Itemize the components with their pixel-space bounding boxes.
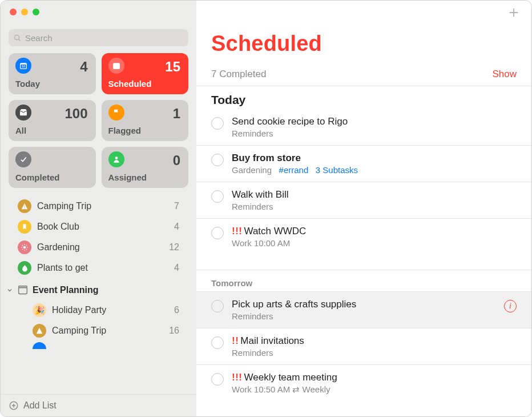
complete-toggle[interactable] <box>211 154 224 166</box>
reminder-row[interactable]: Walk with Bill Reminders <box>196 182 531 219</box>
new-reminder-button[interactable] <box>507 6 520 21</box>
list-item[interactable]: Book Club 4 <box>1 216 196 237</box>
tile-today-label: Today <box>15 79 40 89</box>
leaf-icon <box>18 261 31 275</box>
add-list-button[interactable]: Add List <box>1 394 196 416</box>
tile-scheduled-count: 15 <box>165 59 180 75</box>
svg-line-14 <box>26 249 27 250</box>
tile-today-count: 4 <box>80 59 87 75</box>
sun-icon <box>18 240 31 254</box>
reminder-title: Pick up arts & crafts supplies <box>232 299 356 310</box>
search-input[interactable]: Search <box>9 29 188 46</box>
tent-icon <box>33 324 46 338</box>
svg-line-13 <box>22 245 23 246</box>
svg-text:10: 10 <box>22 65 25 68</box>
list-name: Holiday Party <box>52 305 106 315</box>
section-today-header: Today <box>196 86 531 109</box>
tile-today[interactable]: 10 4 Today <box>9 53 96 94</box>
plus-circle-icon <box>9 400 19 411</box>
reminder-row[interactable]: !!!Weekly team meeting Work 10:50 AM ⇄ W… <box>196 365 531 402</box>
list-item[interactable]: 🎉 Holiday Party 6 <box>1 300 196 320</box>
reminder-meta: Work 10:50 AM ⇄ Weekly <box>232 384 331 394</box>
checkmark-icon <box>15 151 31 167</box>
search-placeholder: Search <box>25 33 53 43</box>
list-count: 7 <box>174 201 185 211</box>
list-item[interactable]: Gardening 12 <box>1 237 196 258</box>
info-button[interactable]: i <box>504 300 517 312</box>
reminder-title: Buy from store <box>232 153 301 163</box>
svg-line-16 <box>22 249 23 250</box>
complete-toggle[interactable] <box>211 117 224 130</box>
reminder-subtasks[interactable]: 3 Subtasks <box>316 165 358 175</box>
list-name: Plants to get <box>37 263 88 273</box>
reminder-row[interactable]: !!Mail invitations Reminders <box>196 328 531 365</box>
flag-icon <box>108 105 124 121</box>
tray-icon <box>15 105 31 121</box>
minimize-window-button[interactable] <box>21 9 28 15</box>
tile-flagged[interactable]: 1 Flagged <box>102 100 189 141</box>
list-name: Camping Trip <box>37 201 91 211</box>
bookmark-icon <box>18 220 31 234</box>
list-item[interactable]: Plants to get 4 <box>1 258 196 278</box>
search-icon <box>13 34 22 42</box>
svg-point-0 <box>15 35 19 39</box>
tile-assigned[interactable]: 0 Assigned <box>102 147 189 188</box>
reminder-list: Reminders <box>232 348 273 358</box>
my-lists: Camping Trip 7 Book Club 4 Gardening 12 <box>1 196 196 394</box>
window-controls <box>1 1 196 20</box>
new-reminder-placeholder[interactable] <box>196 255 531 270</box>
tile-flagged-count: 1 <box>173 106 180 122</box>
page-title: Scheduled <box>196 27 531 56</box>
reminder-list: Reminders <box>232 129 273 138</box>
list-count: 16 <box>169 326 185 336</box>
reminder-title: Send cookie recipe to Rigo <box>232 116 348 127</box>
list-item[interactable]: Camping Trip 16 <box>1 320 196 341</box>
sidebar: Search 10 4 Today 15 Scheduled <box>1 1 196 416</box>
party-icon: 🎉 <box>33 303 46 317</box>
priority-indicator: !!! <box>232 372 242 383</box>
tile-scheduled[interactable]: 15 Scheduled <box>102 53 189 94</box>
tile-assigned-label: Assigned <box>108 173 147 182</box>
section-tomorrow-header: Tomorrow <box>196 270 531 292</box>
subheader: 7 Completed Show <box>196 56 531 86</box>
reminder-tag[interactable]: #errand <box>279 165 309 175</box>
reminder-meta: Work 10:00 AM <box>232 238 290 248</box>
list-item[interactable]: Camping Trip 7 <box>1 196 196 216</box>
complete-toggle[interactable] <box>211 336 224 349</box>
complete-toggle[interactable] <box>211 373 224 386</box>
svg-point-8 <box>23 246 26 249</box>
reminder-list: Reminders <box>232 202 273 211</box>
priority-indicator: !! <box>232 335 239 346</box>
tile-assigned-count: 0 <box>173 153 180 169</box>
list-name: Gardening <box>37 242 80 252</box>
tile-scheduled-label: Scheduled <box>108 79 152 89</box>
svg-rect-18 <box>19 286 27 288</box>
tile-flagged-label: Flagged <box>108 126 142 135</box>
app-window: Search 10 4 Today 15 Scheduled <box>0 0 532 417</box>
reminder-row[interactable]: Buy from store Gardening #errand 3 Subta… <box>196 146 531 182</box>
tent-icon <box>18 199 31 213</box>
reminder-row[interactable]: !!!Watch WWDC Work 10:00 AM <box>196 219 531 255</box>
reminder-row[interactable]: Send cookie recipe to Rigo Reminders <box>196 109 531 146</box>
list-count: 12 <box>169 242 185 252</box>
zoom-window-button[interactable] <box>33 9 39 15</box>
list-item[interactable] <box>1 341 196 349</box>
completed-count: 7 Completed <box>211 69 266 80</box>
complete-toggle[interactable] <box>211 190 224 203</box>
main-content: Scheduled 7 Completed Show Today Send co… <box>196 1 531 416</box>
close-window-button[interactable] <box>10 9 17 15</box>
list-count: 4 <box>174 222 185 232</box>
list-icon <box>33 342 46 349</box>
show-completed-button[interactable]: Show <box>492 69 517 80</box>
reminder-list: Gardening <box>232 165 272 175</box>
tile-completed-label: Completed <box>15 173 60 182</box>
tile-all[interactable]: 100 All <box>9 100 96 141</box>
folder-icon <box>17 284 29 296</box>
complete-toggle[interactable] <box>211 227 224 239</box>
complete-toggle[interactable] <box>211 300 224 312</box>
tile-completed[interactable]: Completed <box>9 147 96 188</box>
reminder-title: Watch WWDC <box>244 226 306 236</box>
calendar-icon: 10 <box>15 58 31 74</box>
folder-event-planning[interactable]: Event Planning <box>1 278 196 300</box>
reminder-row[interactable]: Pick up arts & crafts supplies Reminders… <box>196 292 531 328</box>
